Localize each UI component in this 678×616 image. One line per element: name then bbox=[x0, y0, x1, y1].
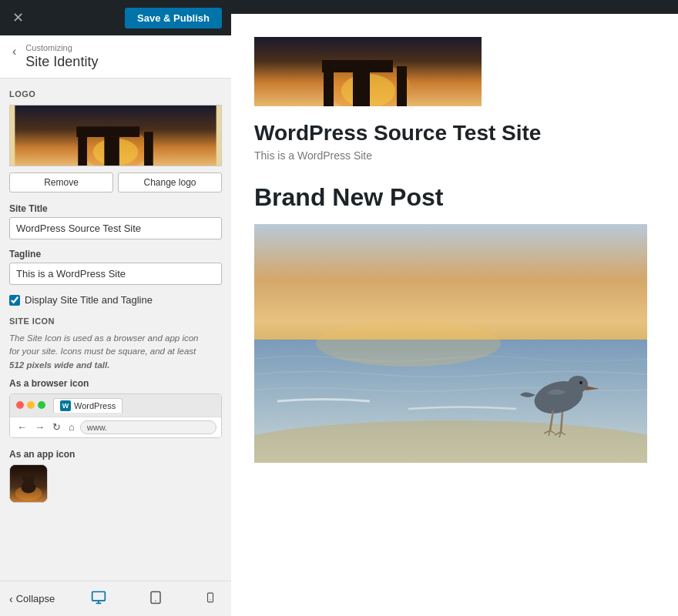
browser-toolbar: ← → ↻ ⌂ www. bbox=[10, 417, 221, 437]
nav-section-title: Site Identity bbox=[25, 54, 98, 70]
browser-url-text: www. bbox=[87, 423, 107, 432]
browser-home-btn[interactable]: ⌂ bbox=[66, 420, 77, 434]
site-title-input[interactable] bbox=[9, 217, 222, 239]
collapse-icon: ‹ bbox=[9, 593, 13, 605]
svg-rect-4 bbox=[104, 137, 119, 166]
panel-header: ✕ Save & Publish bbox=[0, 0, 231, 35]
wp-favicon-icon: W bbox=[60, 400, 71, 411]
svg-rect-25 bbox=[324, 66, 334, 106]
svg-point-12 bbox=[30, 475, 35, 481]
browser-tab: W WordPress bbox=[53, 398, 123, 413]
site-icon-section-label: Site Icon bbox=[9, 316, 222, 326]
preview-site-title: WordPress Source Test Site bbox=[254, 120, 655, 146]
svg-rect-5 bbox=[78, 132, 87, 166]
display-title-checkbox-label[interactable]: Display Site Title and Tagline bbox=[25, 294, 153, 306]
site-icon-section: Site Icon The Site Icon is used as a bro… bbox=[9, 316, 222, 503]
device-tablet-button[interactable] bbox=[143, 587, 169, 611]
svg-rect-13 bbox=[92, 591, 106, 601]
site-title-section: Site Title bbox=[9, 203, 222, 249]
preview-tagline: This is a WordPress Site bbox=[254, 149, 655, 162]
close-button[interactable]: ✕ bbox=[9, 8, 27, 28]
collapse-label: Collapse bbox=[16, 593, 55, 604]
browser-url-bar: www. bbox=[80, 420, 216, 434]
svg-rect-24 bbox=[353, 72, 370, 106]
svg-rect-6 bbox=[144, 132, 153, 166]
tagline-input[interactable] bbox=[9, 263, 222, 285]
browser-refresh-btn[interactable]: ↻ bbox=[50, 420, 63, 434]
browser-forward-btn[interactable]: → bbox=[32, 420, 47, 434]
device-mobile-button[interactable] bbox=[199, 587, 222, 611]
remove-logo-button[interactable]: Remove bbox=[9, 172, 113, 192]
tagline-label: Tagline bbox=[9, 249, 222, 259]
nav-customizing-label: Customizing bbox=[25, 43, 98, 52]
display-checkbox-row: Display Site Title and Tagline bbox=[9, 294, 222, 306]
back-button[interactable]: ‹ bbox=[9, 45, 19, 59]
preview-logo-container bbox=[254, 37, 482, 106]
svg-point-29 bbox=[254, 420, 647, 463]
preview-post-image bbox=[254, 224, 647, 463]
logo-section-label: Logo bbox=[9, 89, 222, 99]
logo-section: Logo bbox=[9, 89, 222, 192]
change-logo-button[interactable]: Change logo bbox=[118, 172, 222, 192]
svg-point-11 bbox=[22, 475, 27, 481]
logo-image-container bbox=[9, 105, 222, 166]
display-title-checkbox[interactable] bbox=[9, 295, 20, 306]
browser-dot-yellow bbox=[27, 401, 35, 409]
browser-dot-green bbox=[38, 401, 45, 409]
svg-point-32 bbox=[579, 381, 582, 384]
svg-rect-18 bbox=[207, 593, 213, 602]
panel-content: Logo bbox=[0, 79, 231, 581]
app-icon-preview bbox=[9, 464, 48, 503]
panel-nav: ‹ Customizing Site Identity bbox=[0, 35, 231, 79]
preview-top-bar bbox=[231, 0, 678, 14]
customizer-panel: ✕ Save & Publish ‹ Customizing Site Iden… bbox=[0, 0, 231, 616]
app-icon-label: As an app icon bbox=[9, 449, 222, 460]
browser-mockup: W WordPress ← → ↻ ⌂ www. bbox=[9, 393, 222, 438]
panel-bottom: ‹ Collapse bbox=[0, 581, 231, 616]
browser-back-btn[interactable]: ← bbox=[15, 420, 29, 434]
site-title-label: Site Title bbox=[9, 203, 222, 214]
svg-point-35 bbox=[316, 320, 501, 367]
save-publish-button[interactable]: Save & Publish bbox=[125, 8, 222, 28]
svg-point-31 bbox=[568, 376, 588, 393]
nav-text-block: Customizing Site Identity bbox=[25, 43, 98, 70]
browser-tab-label: WordPress bbox=[74, 401, 116, 410]
browser-titlebar: W WordPress bbox=[10, 394, 221, 417]
preview-panel: WordPress Source Test Site This is a Wor… bbox=[231, 0, 678, 616]
preview-post-title: Brand New Post bbox=[254, 183, 655, 212]
device-desktop-button[interactable] bbox=[85, 587, 112, 611]
collapse-button[interactable]: ‹ Collapse bbox=[9, 593, 55, 605]
site-icon-description: The Site Icon is used as a browser and a… bbox=[9, 332, 222, 372]
logo-buttons: Remove Change logo bbox=[9, 172, 222, 192]
svg-rect-26 bbox=[397, 66, 407, 106]
browser-dot-red bbox=[16, 401, 24, 409]
browser-icon-label: As a browser icon bbox=[9, 378, 222, 389]
tagline-section: Tagline bbox=[9, 249, 222, 294]
preview-content: WordPress Source Test Site This is a Wor… bbox=[231, 14, 678, 478]
